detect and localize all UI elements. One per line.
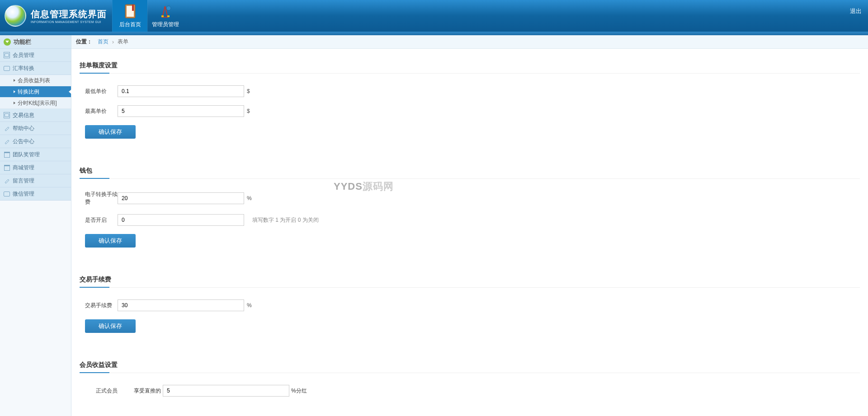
box-icon	[4, 112, 10, 118]
calendar-icon	[4, 164, 10, 171]
input-trade-fee[interactable]	[118, 299, 244, 311]
row-max-price: 最高单价 $	[80, 105, 860, 117]
input-enable[interactable]	[118, 214, 244, 226]
breadcrumb: 位置： 首页 › 表单	[71, 35, 868, 49]
sidebar-sub-income-list[interactable]: 会员收益列表	[0, 75, 71, 86]
row-convert-fee: 电子转换手续费 %	[80, 191, 860, 206]
sidebar-item-wechat[interactable]: 微信管理	[0, 187, 71, 201]
chevron-down-icon	[4, 38, 11, 46]
header-subbar	[0, 32, 868, 35]
sidebar-item-member[interactable]: 会员管理	[0, 49, 71, 62]
admin-icon	[159, 4, 172, 19]
save-button-wallet[interactable]: 确认保存	[85, 234, 136, 248]
sidebar-item-message[interactable]: 留言管理	[0, 174, 71, 187]
form-guadan: 最低单价 $ 最高单价 $ 确认保存	[80, 74, 860, 143]
suffix-percent: %	[247, 195, 252, 201]
sidebar-item-mall[interactable]: 商城管理	[0, 161, 71, 174]
sidebar-item-rate[interactable]: 汇率转换	[0, 62, 71, 75]
suffix-percent: %	[247, 302, 252, 308]
calendar-icon	[4, 151, 10, 158]
sidebar: 功能栏 会员管理 汇率转换 会员收益列表 转换比例 分时K线[演示用] 交易信息…	[0, 35, 71, 416]
label-convert-fee: 电子转换手续费	[80, 191, 118, 206]
section-title-wallet: 钱包	[80, 167, 860, 179]
sidebar-item-help[interactable]: 帮助中心	[0, 122, 71, 135]
row-enable: 是否开启 填写数字 1 为开启 0 为关闭	[80, 214, 860, 226]
sidebar-sub-conversion-ratio[interactable]: 转换比例	[0, 86, 71, 98]
sidebar-header[interactable]: 功能栏	[0, 35, 71, 49]
form-member-income: 正式会员 享受直推的 %分红	[80, 373, 860, 409]
nav-home-label: 后台首页	[119, 21, 141, 28]
label-trade-fee: 交易手续费	[80, 302, 118, 309]
save-button-guadan[interactable]: 确认保存	[85, 125, 136, 139]
sidebar-title: 功能栏	[14, 38, 31, 46]
suffix-currency: $	[247, 88, 250, 94]
main-layout: 功能栏 会员管理 汇率转换 会员收益列表 转换比例 分时K线[演示用] 交易信息…	[0, 35, 868, 416]
input-convert-fee[interactable]	[118, 192, 244, 204]
label-min-price: 最低单价	[80, 88, 118, 95]
sidebar-item-trade[interactable]: 交易信息	[0, 109, 71, 122]
logo-text: 信息管理系统界面 INFORMATION MANAGEMENT SYSTEM G…	[31, 8, 107, 23]
caret-icon	[14, 102, 15, 104]
label-direct-prefix: 享受直推的	[134, 387, 161, 395]
sidebar-sub-kline-demo[interactable]: 分时K线[演示用]	[0, 98, 71, 109]
app-subtitle: INFORMATION MANAGEMENT SYSTEM GUI	[31, 20, 107, 23]
logo: 信息管理系统界面 INFORMATION MANAGEMENT SYSTEM G…	[0, 0, 107, 32]
pencil-icon	[4, 125, 10, 131]
form-wallet: 电子转换手续费 % 是否开启 填写数字 1 为开启 0 为关闭 确认保存	[80, 179, 860, 252]
section-title-member-income: 会员收益设置	[80, 361, 860, 373]
content: 位置： 首页 › 表单 YYDS源码网 挂单额度设置 最低单价 $ 最高单价 $	[71, 35, 868, 416]
sidebar-item-notice[interactable]: 公告中心	[0, 135, 71, 148]
svg-rect-4	[167, 15, 170, 17]
app-header: 信息管理系统界面 INFORMATION MANAGEMENT SYSTEM G…	[0, 0, 868, 32]
logo-icon	[5, 5, 26, 27]
section-title-trade-fee: 交易手续费	[80, 276, 860, 288]
pencil-icon	[4, 178, 10, 184]
app-title: 信息管理系统界面	[31, 8, 107, 20]
row-trade-fee: 交易手续费 %	[80, 299, 860, 311]
caret-icon	[14, 90, 15, 93]
save-button-trade-fee[interactable]: 确认保存	[85, 319, 136, 333]
label-max-price: 最高单价	[80, 108, 118, 115]
svg-rect-3	[161, 15, 164, 17]
svg-point-5	[166, 6, 171, 10]
breadcrumb-sep: ›	[112, 39, 114, 45]
row-min-price: 最低单价 $	[80, 85, 860, 97]
input-min-price[interactable]	[118, 85, 244, 97]
breadcrumb-current: 表单	[118, 38, 128, 46]
nav-home[interactable]: 后台首页	[112, 0, 147, 32]
section-title-guadan: 挂单额度设置	[80, 61, 860, 74]
form-trade-fee: 交易手续费 % 确认保存	[80, 288, 860, 337]
breadcrumb-home[interactable]: 首页	[98, 38, 108, 46]
label-enable: 是否开启	[80, 216, 118, 224]
logout-link[interactable]: 退出	[850, 7, 862, 15]
sidebar-item-team[interactable]: 团队奖管理	[0, 148, 71, 161]
book-icon	[123, 4, 137, 19]
chat-icon	[4, 191, 10, 197]
input-direct-value[interactable]	[163, 385, 289, 397]
main-inner: YYDS源码网 挂单额度设置 最低单价 $ 最高单价 $ 确认保存 钱包	[71, 49, 868, 416]
pencil-icon	[4, 138, 10, 145]
nav-admin-label: 管理员管理	[152, 21, 179, 28]
svg-rect-2	[132, 5, 134, 11]
row-formal-member: 正式会员 享受直推的 %分红	[80, 385, 860, 397]
caret-icon	[14, 79, 15, 82]
suffix-currency: $	[247, 108, 250, 114]
chat-icon	[4, 65, 10, 71]
breadcrumb-prefix: 位置：	[76, 38, 92, 46]
label-direct-suffix: %分红	[291, 387, 307, 395]
input-max-price[interactable]	[118, 105, 244, 117]
top-nav: 后台首页 管理员管理	[112, 0, 183, 32]
nav-admin[interactable]: 管理员管理	[147, 0, 183, 32]
hint-enable: 填写数字 1 为开启 0 为关闭	[252, 216, 319, 224]
box-icon	[4, 52, 10, 58]
label-formal-member: 正式会员	[80, 387, 134, 395]
